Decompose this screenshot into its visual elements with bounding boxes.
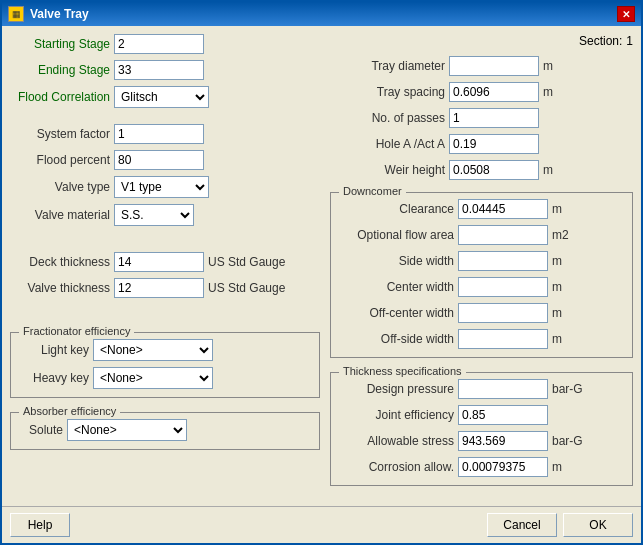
- valve-type-label: Valve type: [10, 180, 110, 194]
- valve-thickness-unit: US Std Gauge: [208, 281, 288, 295]
- window-title: Valve Tray: [30, 7, 89, 21]
- section-value: 1: [626, 34, 633, 48]
- deck-thickness-label: Deck thickness: [10, 255, 110, 269]
- valve-type-select[interactable]: V1 type V2 type: [114, 176, 209, 198]
- starting-stage-label: Starting Stage: [10, 37, 110, 51]
- center-width-unit: m: [552, 280, 577, 294]
- tray-spacing-row: Tray spacing m: [330, 82, 633, 102]
- off-center-width-label: Off-center width: [339, 306, 454, 320]
- deck-thickness-row: Deck thickness US Std Gauge: [10, 252, 320, 272]
- fractionator-group: Fractionator efficiency Light key <None>…: [10, 332, 320, 398]
- no-of-passes-label: No. of passes: [330, 111, 445, 125]
- off-side-width-label: Off-side width: [339, 332, 454, 346]
- valve-thickness-input[interactable]: [114, 278, 204, 298]
- valve-material-select[interactable]: S.S. Carbon Steel: [114, 204, 194, 226]
- tray-diameter-label: Tray diameter: [330, 59, 445, 73]
- thickness-group-title: Thickness specifications: [339, 365, 466, 377]
- heavy-key-select[interactable]: <None>: [93, 367, 213, 389]
- light-key-select[interactable]: <None>: [93, 339, 213, 361]
- starting-stage-input[interactable]: [114, 34, 204, 54]
- downcomer-group: Downcomer Clearance m Optional flow area…: [330, 192, 633, 358]
- ok-button[interactable]: OK: [563, 513, 633, 537]
- allowable-stress-unit: bar-G: [552, 434, 583, 448]
- off-center-width-input[interactable]: [458, 303, 548, 323]
- optional-flow-row: Optional flow area m2: [339, 225, 624, 245]
- absorber-group: Absorber efficiency Solute <None>: [10, 412, 320, 450]
- corrosion-allow-label: Corrosion allow.: [339, 460, 454, 474]
- optional-flow-input[interactable]: [458, 225, 548, 245]
- help-button[interactable]: Help: [10, 513, 70, 537]
- system-factor-row: System factor: [10, 124, 320, 144]
- heavy-key-row: Heavy key <None>: [19, 367, 311, 389]
- cancel-button[interactable]: Cancel: [487, 513, 557, 537]
- off-center-width-unit: m: [552, 306, 577, 320]
- flood-correlation-row: Flood Correlation Glitsch Fair Koch: [10, 86, 320, 108]
- app-icon: ▦: [8, 6, 24, 22]
- deck-thickness-input[interactable]: [114, 252, 204, 272]
- left-panel: Starting Stage Ending Stage Flood Correl…: [10, 34, 320, 498]
- main-area: Starting Stage Ending Stage Flood Correl…: [10, 34, 633, 498]
- hole-a-act-a-row: Hole A /Act A: [330, 134, 633, 154]
- tray-diameter-unit: m: [543, 59, 568, 73]
- ending-stage-input[interactable]: [114, 60, 204, 80]
- center-width-input[interactable]: [458, 277, 548, 297]
- joint-efficiency-input[interactable]: [458, 405, 548, 425]
- flood-correlation-label: Flood Correlation: [10, 90, 110, 104]
- deck-thickness-unit: US Std Gauge: [208, 255, 288, 269]
- titlebar-left: ▦ Valve Tray: [8, 6, 89, 22]
- valve-material-label: Valve material: [10, 208, 110, 222]
- clearance-input[interactable]: [458, 199, 548, 219]
- valve-type-row: Valve type V1 type V2 type: [10, 176, 320, 198]
- bottom-bar: Help Cancel OK: [2, 506, 641, 543]
- fractionator-content: Light key <None> Heavy key <None>: [19, 339, 311, 391]
- tray-spacing-unit: m: [543, 85, 568, 99]
- corrosion-allow-unit: m: [552, 460, 577, 474]
- off-side-width-input[interactable]: [458, 329, 548, 349]
- no-of-passes-input[interactable]: [449, 108, 539, 128]
- off-side-width-unit: m: [552, 332, 577, 346]
- allowable-stress-row: Allowable stress bar-G: [339, 431, 624, 451]
- side-width-input[interactable]: [458, 251, 548, 271]
- flood-percent-row: Flood percent: [10, 150, 320, 170]
- optional-flow-label: Optional flow area: [339, 228, 454, 242]
- tray-spacing-input[interactable]: [449, 82, 539, 102]
- system-factor-input[interactable]: [114, 124, 204, 144]
- clearance-unit: m: [552, 202, 577, 216]
- clearance-label: Clearance: [339, 202, 454, 216]
- valve-thickness-row: Valve thickness US Std Gauge: [10, 278, 320, 298]
- allowable-stress-input[interactable]: [458, 431, 548, 451]
- flood-correlation-select[interactable]: Glitsch Fair Koch: [114, 86, 209, 108]
- titlebar: ▦ Valve Tray ✕: [2, 2, 641, 26]
- design-pressure-unit: bar-G: [552, 382, 583, 396]
- content-area: Starting Stage Ending Stage Flood Correl…: [2, 26, 641, 506]
- solute-row: Solute <None>: [19, 419, 311, 441]
- center-width-label: Center width: [339, 280, 454, 294]
- valve-material-row: Valve material S.S. Carbon Steel: [10, 204, 320, 226]
- hole-a-act-a-input[interactable]: [449, 134, 539, 154]
- no-of-passes-row: No. of passes: [330, 108, 633, 128]
- starting-stage-row: Starting Stage: [10, 34, 320, 54]
- absorber-group-title: Absorber efficiency: [19, 405, 120, 417]
- weir-height-unit: m: [543, 163, 568, 177]
- design-pressure-input[interactable]: [458, 379, 548, 399]
- right-panel: Section: 1 Tray diameter m Tray spacing …: [330, 34, 633, 498]
- side-width-unit: m: [552, 254, 577, 268]
- solute-select[interactable]: <None>: [67, 419, 187, 441]
- optional-flow-unit: m2: [552, 228, 577, 242]
- joint-efficiency-row: Joint efficiency: [339, 405, 624, 425]
- flood-percent-input[interactable]: [114, 150, 204, 170]
- ending-stage-label: Ending Stage: [10, 63, 110, 77]
- tray-diameter-input[interactable]: [449, 56, 539, 76]
- design-pressure-label: Design pressure: [339, 382, 454, 396]
- fractionator-group-title: Fractionator efficiency: [19, 325, 134, 337]
- weir-height-label: Weir height: [330, 163, 445, 177]
- design-pressure-row: Design pressure bar-G: [339, 379, 624, 399]
- side-width-row: Side width m: [339, 251, 624, 271]
- tray-spacing-label: Tray spacing: [330, 85, 445, 99]
- solute-label: Solute: [19, 423, 63, 437]
- close-button[interactable]: ✕: [617, 6, 635, 22]
- clearance-row: Clearance m: [339, 199, 624, 219]
- corrosion-allow-input[interactable]: [458, 457, 548, 477]
- system-factor-label: System factor: [10, 127, 110, 141]
- weir-height-input[interactable]: [449, 160, 539, 180]
